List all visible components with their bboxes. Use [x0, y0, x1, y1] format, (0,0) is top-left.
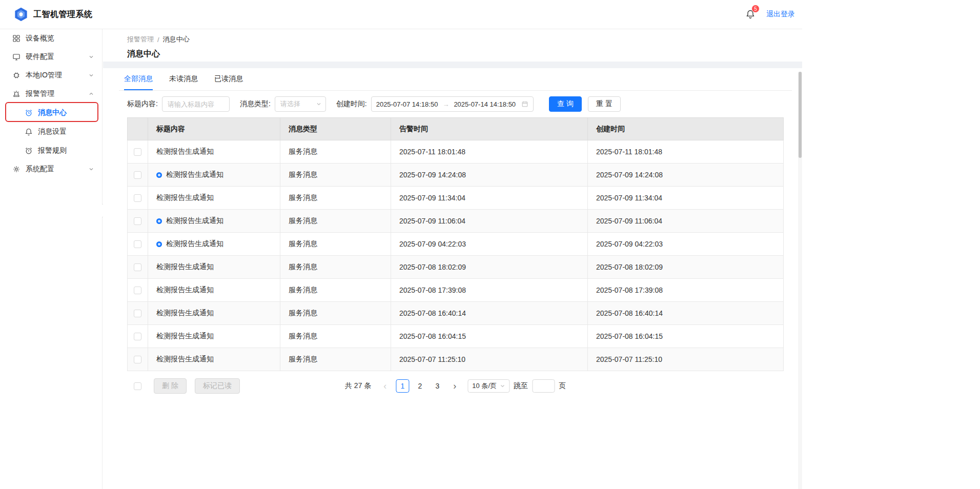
table-row[interactable]: 检测报告生成通知 服务消息 2025-07-08 18:02:09 2025-0…: [128, 256, 784, 279]
sidebar-item-local-io[interactable]: 本地IO管理: [0, 66, 102, 85]
grid-icon: [12, 34, 21, 43]
row-create-time: 2025-07-08 17:39:08: [588, 279, 784, 302]
table-row[interactable]: 检测报告生成通知 服务消息 2025-07-08 16:04:15 2025-0…: [128, 325, 784, 348]
row-checkbox[interactable]: [134, 287, 141, 294]
jump-page-input[interactable]: [532, 379, 555, 393]
sidebar-item-device-overview[interactable]: 设备概览: [0, 29, 102, 48]
row-create-time: 2025-07-11 18:01:48: [588, 140, 784, 164]
tab-read-messages[interactable]: 已读消息: [214, 68, 243, 90]
unread-dot-icon: [156, 172, 162, 178]
sidebar-item-label: 设备概览: [26, 34, 94, 43]
row-alarm-time: 2025-07-08 18:02:09: [391, 256, 588, 279]
header-alarm-time: 告警时间: [391, 118, 588, 140]
table-row[interactable]: 检测报告生成通知 服务消息 2025-07-08 17:39:08 2025-0…: [128, 279, 784, 302]
tabs-bar: 全部消息 未读消息 已读消息: [119, 68, 792, 91]
sidebar-item-alarm-rules[interactable]: 报警规则: [0, 141, 102, 160]
sidebar-item-label: 硬件配置: [26, 52, 84, 62]
unread-dot-icon: [156, 218, 162, 224]
messages-table: 标题内容 消息类型 告警时间 创建时间 检测报告生成通知 服务消息 2025-0…: [127, 117, 784, 371]
page-title: 消息中心: [127, 49, 778, 59]
row-title: 检测报告生成通知: [166, 170, 223, 179]
breadcrumb: 报警管理 / 消息中心: [127, 35, 778, 44]
row-type: 服务消息: [280, 233, 391, 256]
row-checkbox[interactable]: [134, 171, 141, 179]
row-checkbox[interactable]: [134, 263, 141, 271]
reset-button[interactable]: 重 置: [588, 96, 621, 112]
row-title: 检测报告生成通知: [166, 216, 223, 226]
row-checkbox[interactable]: [134, 217, 141, 225]
row-create-time: 2025-07-09 14:24:08: [588, 164, 784, 187]
row-checkbox-cell: [128, 140, 148, 164]
row-create-time: 2025-07-08 18:02:09: [588, 256, 784, 279]
breadcrumb-current: 消息中心: [163, 35, 190, 44]
row-checkbox[interactable]: [134, 194, 141, 202]
row-title: 检测报告生成通知: [156, 193, 214, 202]
row-checkbox[interactable]: [134, 333, 141, 340]
page-1-button[interactable]: 1: [396, 379, 409, 393]
scrollbar-track[interactable]: [798, 72, 802, 489]
row-alarm-time: 2025-07-08 16:40:14: [391, 302, 588, 325]
next-page-button[interactable]: ›: [448, 379, 461, 393]
tab-unread-messages[interactable]: 未读消息: [169, 68, 198, 90]
type-filter-label: 消息类型:: [240, 99, 271, 109]
row-checkbox[interactable]: [134, 148, 141, 156]
header-type: 消息类型: [280, 118, 391, 140]
row-title: 检测报告生成通知: [156, 286, 214, 295]
chevron-up-icon: [89, 91, 94, 96]
table-row[interactable]: 检测报告生成通知 服务消息 2025-07-08 16:40:14 2025-0…: [128, 302, 784, 325]
title-filter-label: 标题内容:: [127, 99, 158, 109]
row-checkbox[interactable]: [134, 310, 141, 317]
table-row[interactable]: 检测报告生成通知 服务消息 2025-07-09 11:06:04 2025-0…: [128, 210, 784, 233]
page-3-button[interactable]: 3: [431, 379, 444, 393]
sidebar-item-alarm-management[interactable]: 报警管理: [0, 85, 102, 103]
range-end-value[interactable]: 2025-07-14 14:18:50: [454, 100, 516, 108]
tab-all-messages[interactable]: 全部消息: [124, 68, 153, 90]
prev-page-button[interactable]: ‹: [378, 379, 392, 393]
notification-bell-icon[interactable]: 5: [745, 9, 756, 20]
type-filter-select[interactable]: 请选择: [275, 96, 326, 112]
range-arrow-icon: →: [442, 100, 449, 108]
header-brand: 工智机管理系统: [13, 7, 93, 22]
row-type: 服务消息: [280, 187, 391, 210]
row-checkbox[interactable]: [134, 240, 141, 248]
row-title: 检测报告生成通知: [156, 332, 214, 341]
date-range-picker[interactable]: 2025-07-07 14:18:50 → 2025-07-14 14:18:5…: [371, 96, 534, 112]
row-create-time: 2025-07-09 11:34:04: [588, 187, 784, 210]
sidebar-item-message-settings[interactable]: 消息设置: [0, 122, 102, 141]
title-filter-input[interactable]: [162, 96, 230, 112]
row-title: 检测报告生成通知: [156, 147, 214, 156]
row-checkbox-cell: [128, 279, 148, 302]
row-checkbox-cell: [128, 187, 148, 210]
breadcrumb-parent[interactable]: 报警管理: [127, 35, 154, 44]
delete-button[interactable]: 删 除: [154, 378, 187, 394]
sidebar-item-message-center[interactable]: 消息中心: [0, 103, 102, 122]
table-row[interactable]: 检测报告生成通知 服务消息 2025-07-09 14:24:08 2025-0…: [128, 164, 784, 187]
mark-read-button[interactable]: 标记已读: [195, 378, 240, 394]
app-logo-icon: [13, 7, 29, 22]
table-wrap: 标题内容 消息类型 告警时间 创建时间 检测报告生成通知 服务消息 2025-0…: [119, 117, 792, 371]
row-create-time: 2025-07-07 11:25:10: [588, 348, 784, 371]
table-row[interactable]: 检测报告生成通知 服务消息 2025-07-11 18:01:48 2025-0…: [128, 140, 784, 164]
scrollbar-thumb[interactable]: [799, 72, 802, 158]
logout-link[interactable]: 退出登录: [766, 10, 795, 19]
page-size-select[interactable]: 10 条/页: [467, 379, 509, 393]
page-size-value: 10 条/页: [472, 381, 497, 391]
range-start-value[interactable]: 2025-07-07 14:18:50: [376, 100, 438, 108]
messages-table-body: 检测报告生成通知 服务消息 2025-07-11 18:01:48 2025-0…: [128, 140, 784, 371]
select-all-checkbox[interactable]: [134, 382, 141, 390]
sidebar-item-label: 消息设置: [38, 127, 94, 136]
table-row[interactable]: 检测报告生成通知 服务消息 2025-07-09 11:34:04 2025-0…: [128, 187, 784, 210]
sidebar-item-hardware-config[interactable]: 硬件配置: [0, 48, 102, 66]
row-alarm-time: 2025-07-08 16:04:15: [391, 325, 588, 348]
search-button[interactable]: 查 询: [549, 96, 582, 112]
table-row[interactable]: 检测报告生成通知 服务消息 2025-07-09 04:22:03 2025-0…: [128, 233, 784, 256]
row-alarm-time: 2025-07-11 18:01:48: [391, 140, 588, 164]
table-header-row: 标题内容 消息类型 告警时间 创建时间: [128, 118, 784, 140]
row-checkbox[interactable]: [134, 356, 141, 363]
page-2-button[interactable]: 2: [413, 379, 426, 393]
alarm-alert-icon: [25, 147, 33, 155]
app-header: 工智机管理系统 5 退出登录: [0, 0, 802, 29]
row-create-time: 2025-07-08 16:40:14: [588, 302, 784, 325]
sidebar-item-system-config[interactable]: 系统配置: [0, 160, 102, 178]
table-row[interactable]: 检测报告生成通知 服务消息 2025-07-07 11:25:10 2025-0…: [128, 348, 784, 371]
